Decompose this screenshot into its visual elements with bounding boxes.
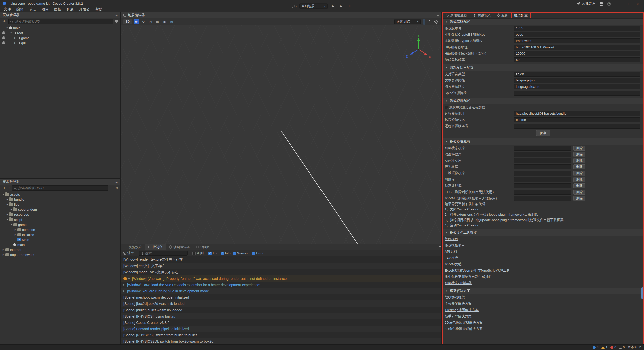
warning-counter[interactable]: 1: [601, 346, 607, 349]
scene-select[interactable]: 当前场景 ▾: [299, 3, 328, 9]
close-button[interactable]: ×: [634, 1, 641, 7]
spine-path-input[interactable]: [514, 91, 640, 96]
menu-node[interactable]: 节点: [26, 7, 39, 12]
expand-arrow-icon[interactable]: ▼: [2, 193, 5, 196]
menu-project[interactable]: 项目: [39, 7, 51, 12]
asset-node-libs[interactable]: ▶ libs: [0, 202, 120, 207]
help-icon[interactable]: ?: [607, 2, 611, 6]
save-button[interactable]: 保存: [536, 130, 550, 136]
scene-light-toggle[interactable]: [423, 19, 425, 25]
delete-module-button[interactable]: 删除: [573, 183, 585, 188]
expand-arrow-icon[interactable]: ▼: [6, 218, 9, 221]
scale-tool-button[interactable]: ◳: [148, 19, 153, 24]
create-asset-button[interactable]: +: [2, 185, 7, 190]
menu-help[interactable]: 帮助: [93, 7, 105, 12]
solution-link[interactable]: Tiledmap地图解决方案: [442, 307, 644, 313]
refresh-icon[interactable]: ↻: [115, 186, 118, 190]
rotate-tool-button[interactable]: ↻: [141, 19, 146, 24]
doc-link[interactable]: Excel格式转Json文件与TypeScript代码工具: [442, 267, 644, 274]
asset-node-seedrandom[interactable]: ▶ seedrandom: [0, 207, 120, 212]
crypto-key-input[interactable]: [514, 32, 640, 37]
expand-arrow-icon[interactable]: ▶: [6, 198, 9, 201]
asset-node-main-ts[interactable]: TS Main: [0, 237, 120, 242]
section-game-basic-config[interactable]: ▼ 游戏基础配置: [442, 19, 644, 25]
section-solutions[interactable]: ▼ 框架解决方案: [442, 288, 644, 294]
create-node-button[interactable]: +: [2, 19, 7, 24]
asset-node-resources[interactable]: ▶ resources: [0, 212, 120, 217]
asset-node-assets[interactable]: ▼ assets: [0, 192, 120, 197]
package-icon[interactable]: [600, 2, 603, 6]
panel-menu-icon[interactable]: ≡: [115, 180, 118, 184]
menu-edit[interactable]: 编辑: [14, 7, 26, 12]
error-counter[interactable]: 0: [610, 346, 616, 349]
tab-inspector[interactable]: 属性检查器: [444, 13, 469, 18]
scrollbar-thumb[interactable]: [641, 287, 643, 299]
filter-icon[interactable]: [115, 20, 118, 23]
section-doc-links[interactable]: ▼ 框架文档工具链接: [442, 229, 644, 236]
delete-module-button[interactable]: 删除: [573, 171, 585, 176]
doc-link[interactable]: MVVM文档: [442, 261, 644, 267]
asset-node-common[interactable]: ▶ common: [0, 227, 120, 232]
tab-build[interactable]: 构建发布: [470, 13, 494, 18]
expand-arrow-icon[interactable]: ▶: [13, 37, 17, 39]
preview-layout-button[interactable]: ⊞: [347, 3, 353, 9]
tab-framework-config[interactable]: 框架配置: [511, 13, 531, 18]
log-row[interactable]: [Scene] meshopt wasm decoder initialized: [121, 294, 441, 300]
log-row[interactable]: [Scene] [PHYSICS2D]: switch from box2d-w…: [121, 338, 441, 344]
log-row-info[interactable]: ▶ [Window] You are running Vue in develo…: [121, 288, 441, 294]
crypto-iv-input[interactable]: [514, 38, 640, 43]
delete-module-button[interactable]: 删除: [573, 177, 585, 182]
gizmo-z-label[interactable]: Z: [406, 55, 408, 58]
log-row[interactable]: [Scene] Cocos Creator v3.8.2: [121, 319, 441, 326]
hierarchy-node-gui[interactable]: ▶ gui: [0, 40, 120, 46]
doc-link[interactable]: 游戏模板项目: [442, 242, 644, 248]
asset-node-game[interactable]: ▼ game: [0, 222, 120, 227]
log-row[interactable]: [Scene] [PHYSICS]: using builtin.: [121, 313, 441, 319]
tab-animation-graph[interactable]: 动画图: [193, 244, 214, 250]
expand-caret-icon[interactable]: ▶: [123, 284, 127, 286]
preview-platform-button[interactable]: ▾: [291, 5, 297, 7]
hierarchy-node-main[interactable]: ▼ main: [0, 25, 120, 30]
sort-icon[interactable]: ↕: [8, 186, 10, 190]
expand-caret-icon[interactable]: ▶: [123, 290, 127, 292]
panel-menu-icon[interactable]: ≡: [437, 13, 439, 17]
expand-arrow-icon[interactable]: ▶: [13, 42, 17, 44]
scene-viewport[interactable]: Y X Z: [121, 25, 441, 244]
expand-arrow-icon[interactable]: ▶: [10, 208, 13, 211]
http-timeout-input[interactable]: [514, 51, 640, 56]
menu-developer[interactable]: 开发者: [76, 7, 93, 12]
section-resource-config[interactable]: ▼ 游戏资源配置: [442, 98, 644, 104]
lock-icon[interactable]: [2, 32, 5, 34]
lock-icon[interactable]: [2, 42, 5, 44]
lock-icon[interactable]: [2, 37, 5, 39]
filter-log-checkbox[interactable]: ✓ Log: [208, 251, 218, 255]
assets-search-input[interactable]: [18, 186, 107, 190]
tab-service[interactable]: 服务: [495, 13, 510, 18]
solution-link[interactable]: 2D角色扮演游戏解决方案: [442, 319, 644, 326]
game-version-input[interactable]: [514, 26, 640, 31]
move-tool-button[interactable]: ⊕: [134, 19, 139, 24]
filter-icon[interactable]: [110, 187, 113, 189]
solution-link[interactable]: 全栈开发解决方案: [442, 300, 644, 307]
gear-icon[interactable]: [435, 20, 438, 23]
task-counter[interactable]: 0: [619, 346, 625, 349]
hierarchy-search-input[interactable]: [15, 20, 111, 23]
expand-arrow-icon[interactable]: ▶: [2, 254, 5, 256]
delete-module-button[interactable]: 删除: [573, 196, 585, 201]
hierarchy-node-game[interactable]: ▶ game: [0, 35, 120, 40]
doc-link[interactable]: 原生包热更新配置自动生成插件: [442, 274, 644, 280]
hierarchy-node-root[interactable]: ▼ root: [0, 30, 120, 35]
asset-node-main-scene[interactable]: main: [0, 242, 120, 247]
tab-asset-preview[interactable]: 资源预览: [121, 244, 145, 250]
lang-texture-path-input[interactable]: [514, 84, 640, 89]
expand-arrow-icon[interactable]: ▶: [6, 203, 9, 206]
section-module-trim[interactable]: ▼ 框架模块裁剪: [442, 138, 644, 145]
message-counter[interactable]: 3: [593, 346, 598, 349]
build-publish-button[interactable]: 构建发布: [577, 2, 596, 6]
lang-json-path-input[interactable]: [514, 78, 640, 83]
solution-link[interactable]: 战棋游戏框架: [442, 294, 644, 300]
delete-module-button[interactable]: 删除: [573, 152, 585, 157]
section-language-config[interactable]: ▼ 游戏多语言配置: [442, 64, 644, 71]
maximize-button[interactable]: □: [625, 1, 633, 7]
log-row-info[interactable]: ▶ [Window] Download the Vue Devtools ext…: [121, 282, 441, 288]
